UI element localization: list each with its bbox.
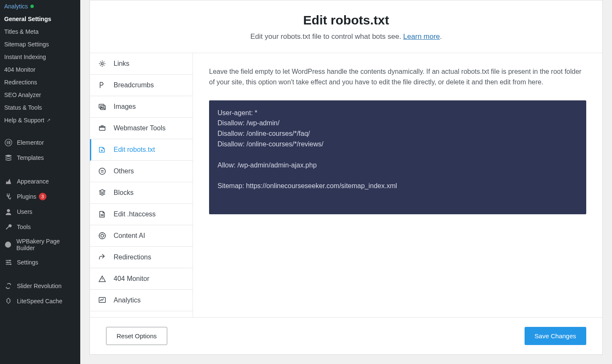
wp-sidebar-item-slider-revolution[interactable]: Slider Revolution bbox=[0, 278, 80, 294]
svg-rect-1 bbox=[7, 141, 8, 144]
tab-label: Images bbox=[114, 103, 136, 111]
tab-label: Webmaster Tools bbox=[114, 124, 166, 132]
wp-sidebar-subitem-general-settings[interactable]: General Settings bbox=[0, 13, 80, 25]
main-area: Edit robots.txt Edit your robots.txt fil… bbox=[80, 0, 612, 364]
wp-sidebar-subitem-label: Redirections bbox=[4, 79, 37, 86]
wp-sidebar-subitem-label: Instant Indexing bbox=[4, 54, 46, 60]
tab-images[interactable]: Images bbox=[90, 96, 193, 118]
svg-rect-20 bbox=[99, 127, 105, 130]
svg-point-22 bbox=[99, 168, 106, 175]
svg-point-6 bbox=[5, 242, 11, 248]
wp-sidebar-item-label: Tools bbox=[17, 224, 31, 230]
slider-icon bbox=[4, 282, 13, 290]
svg-point-23 bbox=[99, 233, 106, 239]
wp-admin-sidebar: AnalyticsGeneral SettingsTitles & MetaSi… bbox=[0, 0, 80, 364]
tab-breadcrumbs[interactable]: Breadcrumbs bbox=[90, 75, 193, 96]
analytics-icon bbox=[98, 296, 107, 305]
wp-sidebar-subitem-sitemap-settings[interactable]: Sitemap Settings bbox=[0, 38, 80, 51]
page-title: Edit robots.txt bbox=[98, 13, 594, 27]
tab-label: Breadcrumbs bbox=[114, 81, 154, 89]
plugins-icon bbox=[4, 192, 13, 201]
wp-sidebar-item-appearance[interactable]: Appearance bbox=[0, 174, 80, 189]
wp-sidebar-item-settings[interactable]: Settings bbox=[0, 255, 80, 270]
wp-sidebar-item-label: Elementor bbox=[17, 139, 44, 146]
learn-more-link[interactable]: Learn more bbox=[403, 32, 440, 40]
wp-sidebar-item-label: WPBakery Page Builder bbox=[16, 238, 76, 251]
tab-webmaster-tools[interactable]: Webmaster Tools bbox=[90, 118, 193, 139]
tab-others[interactable]: Others bbox=[90, 161, 193, 182]
redirections-icon bbox=[98, 253, 107, 262]
reset-options-button[interactable]: Reset Options bbox=[106, 327, 167, 345]
svg-rect-11 bbox=[6, 264, 11, 265]
wp-sidebar-subitem-seo-analyzer[interactable]: SEO Analyzer bbox=[0, 89, 80, 101]
svg-point-5 bbox=[7, 209, 10, 212]
wp-sidebar-subitem-instant-indexing[interactable]: Instant Indexing bbox=[0, 51, 80, 63]
wp-sidebar-item-litespeed-cache[interactable]: LiteSpeed Cache bbox=[0, 294, 80, 309]
wp-sidebar-subitem-status-tools[interactable]: Status & Tools bbox=[0, 101, 80, 114]
tab-label: Blocks bbox=[114, 189, 133, 197]
svg-point-16 bbox=[101, 63, 103, 65]
wp-sidebar-subitem-redirections[interactable]: Redirections bbox=[0, 76, 80, 89]
tab-content-ai[interactable]: Content AI bbox=[90, 225, 193, 247]
wp-sidebar-item-users[interactable]: Users bbox=[0, 204, 80, 219]
wp-sidebar-item-elementor[interactable]: Elementor bbox=[0, 135, 80, 150]
tab-redirections[interactable]: Redirections bbox=[90, 247, 193, 268]
breadcrumbs-icon bbox=[98, 81, 107, 90]
robots-editor[interactable]: User-agent: * Disallow: /wp-admin/ Disal… bbox=[209, 100, 586, 214]
wp-sidebar-item-plugins[interactable]: Plugins3 bbox=[0, 189, 80, 204]
svg-point-13 bbox=[9, 260, 11, 262]
svg-point-21 bbox=[101, 150, 103, 151]
wp-sidebar-subitem-label: Sitemap Settings bbox=[4, 41, 49, 48]
external-link-icon: ↗ bbox=[46, 117, 51, 123]
monitor-icon bbox=[98, 274, 107, 283]
others-icon bbox=[98, 167, 107, 176]
wp-sidebar-subitem-label: General Settings bbox=[4, 16, 51, 22]
images-icon bbox=[98, 102, 107, 111]
settings-tabs: LinksBreadcrumbsImagesWebmaster ToolsEdi… bbox=[90, 53, 193, 317]
wp-sidebar-subitem-titles-meta[interactable]: Titles & Meta bbox=[0, 25, 80, 38]
wp-sidebar-item-templates[interactable]: Templates bbox=[0, 150, 80, 165]
tab-links[interactable]: Links bbox=[90, 53, 193, 75]
htaccess-icon bbox=[98, 210, 107, 219]
tab-label: Edit .htaccess bbox=[114, 210, 156, 218]
tab-label: Links bbox=[114, 60, 129, 67]
wp-sidebar-subitem-404-monitor[interactable]: 404 Monitor bbox=[0, 63, 80, 76]
tools-icon bbox=[4, 223, 13, 231]
wp-sidebar-item-label: LiteSpeed Cache bbox=[17, 298, 62, 305]
svg-point-14 bbox=[7, 262, 8, 263]
tab-analytics[interactable]: Analytics bbox=[90, 290, 193, 311]
wp-sidebar-item-label: Settings bbox=[17, 259, 38, 266]
wpbakery-icon bbox=[4, 240, 12, 249]
panel-body: LinksBreadcrumbsImagesWebmaster ToolsEdi… bbox=[90, 53, 602, 317]
contentai-icon bbox=[98, 231, 107, 240]
tab-edit-htaccess[interactable]: Edit .htaccess bbox=[90, 204, 193, 225]
settings-icon bbox=[4, 258, 13, 267]
status-dot-icon bbox=[30, 5, 34, 8]
tab-label: 404 Monitor bbox=[114, 275, 150, 283]
wp-sidebar-item-label: Appearance bbox=[17, 178, 49, 185]
templates-icon bbox=[4, 154, 13, 162]
blocks-icon bbox=[98, 188, 107, 197]
tab-blocks[interactable]: Blocks bbox=[90, 182, 193, 204]
litespeed-icon bbox=[4, 297, 13, 305]
wp-sidebar-subitem-help-support[interactable]: Help & Support↗ bbox=[0, 114, 80, 127]
wp-sidebar-item-tools[interactable]: Tools bbox=[0, 219, 80, 235]
panel-header: Edit robots.txt Edit your robots.txt fil… bbox=[90, 0, 602, 53]
page-subtitle: Edit your robots.txt file to control wha… bbox=[98, 32, 594, 41]
svg-rect-7 bbox=[6, 260, 10, 261]
appearance-icon bbox=[4, 177, 13, 186]
svg-point-15 bbox=[10, 264, 12, 265]
svg-rect-10 bbox=[8, 262, 11, 263]
wp-sidebar-subitem-analytics[interactable]: Analytics bbox=[0, 0, 80, 13]
wp-sidebar-subitem-label: Help & Support bbox=[4, 117, 44, 124]
tab-label: Edit robots.txt bbox=[114, 146, 155, 154]
wp-sidebar-subitem-label: SEO Analyzer bbox=[4, 92, 41, 98]
wp-sidebar-subitem-label: Analytics bbox=[4, 3, 28, 10]
tab-edit-robots-txt[interactable]: Edit robots.txt bbox=[90, 139, 193, 161]
save-changes-button[interactable]: Save Changes bbox=[525, 327, 586, 345]
tab-label: Others bbox=[114, 167, 134, 175]
tab-404-monitor[interactable]: 404 Monitor bbox=[90, 268, 193, 290]
wp-sidebar-item-label: Plugins bbox=[17, 193, 36, 200]
svg-rect-4 bbox=[8, 143, 11, 144]
wp-sidebar-item-wpbakery-page-builder[interactable]: WPBakery Page Builder bbox=[0, 235, 80, 255]
